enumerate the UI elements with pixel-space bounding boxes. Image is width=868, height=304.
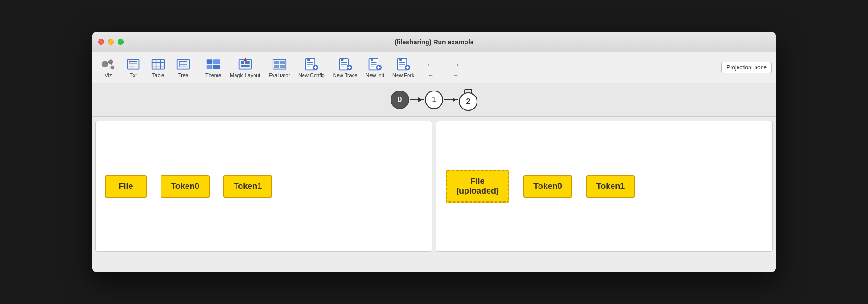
maximize-button[interactable] xyxy=(118,39,124,45)
toolbar: Viz Txt xyxy=(92,52,776,83)
tree-label: Tree xyxy=(178,73,188,78)
viz-label: Viz xyxy=(105,73,112,78)
svg-rect-45 xyxy=(341,59,343,61)
svg-rect-34 xyxy=(274,65,279,68)
svg-rect-32 xyxy=(274,61,279,64)
arrow-left-icon: ← xyxy=(422,57,439,72)
new-trace-button[interactable]: New Trace xyxy=(329,55,361,80)
svg-rect-30 xyxy=(245,58,246,60)
txt-label: Txt xyxy=(130,73,136,78)
title-bar: (filesharing) Run example xyxy=(92,32,776,52)
main-content: File Token0 Token1 File(uploaded) Token0… xyxy=(92,117,776,255)
svg-rect-22 xyxy=(213,59,220,64)
minimize-button[interactable] xyxy=(108,39,114,45)
new-init-label: New Init xyxy=(366,73,384,78)
tree-icon xyxy=(175,57,192,72)
svg-rect-28 xyxy=(241,65,250,67)
file-uploaded-token[interactable]: File(uploaded) xyxy=(446,170,509,203)
step-node-1[interactable]: 1 xyxy=(425,91,443,109)
svg-rect-26 xyxy=(241,61,244,64)
evaluator-button[interactable]: Evaluator xyxy=(265,55,293,80)
evaluator-label: Evaluator xyxy=(268,73,290,78)
projection-badge[interactable]: Projection: none xyxy=(721,62,772,73)
new-config-icon xyxy=(303,57,320,72)
evaluator-icon xyxy=(271,57,288,72)
svg-rect-53 xyxy=(371,59,373,61)
traffic-lights xyxy=(98,39,124,45)
magic-layout-button[interactable]: Magic Layout xyxy=(226,55,264,80)
nav-right-button[interactable]: → → xyxy=(444,55,468,80)
table-icon xyxy=(150,57,167,72)
svg-text:→: → xyxy=(451,59,460,69)
magic-layout-label: Magic Layout xyxy=(230,73,260,78)
new-init-button[interactable]: New Init xyxy=(362,55,388,80)
svg-point-3 xyxy=(110,66,114,70)
txt-button[interactable]: Txt xyxy=(121,55,145,80)
step-node-0[interactable]: 0 xyxy=(391,91,409,109)
new-config-button[interactable]: New Config xyxy=(295,55,329,80)
file-token-left[interactable]: File xyxy=(105,175,147,198)
new-config-label: New Config xyxy=(298,73,325,78)
magic-layout-icon xyxy=(237,57,254,72)
window-title: (filesharing) Run example xyxy=(394,38,473,46)
svg-rect-21 xyxy=(207,59,212,64)
step-2-label: 2 xyxy=(466,97,471,106)
nav-left-button[interactable]: ← ← xyxy=(419,55,443,80)
txt-icon xyxy=(125,57,142,72)
panel-right: File(uploaded) Token0 Token1 xyxy=(436,121,773,252)
nav-right-label: → xyxy=(453,73,459,78)
new-init-icon xyxy=(366,57,383,72)
step-chain: 0 1 2 xyxy=(391,89,477,111)
svg-text:←: ← xyxy=(426,59,435,69)
viz-button[interactable]: Viz xyxy=(96,55,120,80)
svg-rect-24 xyxy=(213,65,220,69)
panel-left: File Token0 Token1 xyxy=(95,121,432,252)
step-node-2[interactable]: 2 xyxy=(459,92,477,111)
step-1-label: 1 xyxy=(432,96,436,104)
token0-left[interactable]: Token0 xyxy=(161,175,210,198)
new-fork-icon xyxy=(395,57,412,72)
close-button[interactable] xyxy=(98,39,104,45)
new-trace-label: New Trace xyxy=(333,73,358,78)
nav-left-label: ← xyxy=(428,73,434,78)
svg-rect-33 xyxy=(280,61,285,64)
svg-rect-27 xyxy=(245,61,250,64)
new-trace-icon xyxy=(337,57,353,72)
arrow-right-icon: → xyxy=(447,57,464,72)
theme-button[interactable]: Theme xyxy=(201,55,225,80)
new-fork-button[interactable]: New Fork xyxy=(389,55,418,80)
svg-rect-37 xyxy=(307,59,310,61)
viz-icon xyxy=(100,57,117,72)
svg-point-0 xyxy=(102,61,108,67)
token1-left[interactable]: Token1 xyxy=(223,175,273,198)
svg-rect-23 xyxy=(207,65,212,69)
theme-label: Theme xyxy=(205,73,221,78)
table-button[interactable]: Table xyxy=(146,55,170,80)
theme-icon xyxy=(205,57,222,72)
svg-rect-35 xyxy=(280,65,285,68)
app-window: (filesharing) Run example Viz xyxy=(92,32,776,272)
svg-rect-61 xyxy=(399,59,402,61)
token0-right[interactable]: Token0 xyxy=(523,175,572,198)
table-label: Table xyxy=(152,73,164,78)
svg-point-1 xyxy=(108,59,113,64)
step-0-label: 0 xyxy=(398,96,402,104)
step-node-2-wrapper: 2 xyxy=(459,89,477,111)
svg-rect-10 xyxy=(152,59,165,69)
step-navigation: 0 1 2 xyxy=(92,83,776,117)
separator-1 xyxy=(198,56,198,79)
token1-right[interactable]: Token1 xyxy=(586,175,635,198)
new-fork-label: New Fork xyxy=(392,73,414,78)
svg-rect-5 xyxy=(128,59,139,69)
tree-button[interactable]: Tree xyxy=(171,55,195,80)
